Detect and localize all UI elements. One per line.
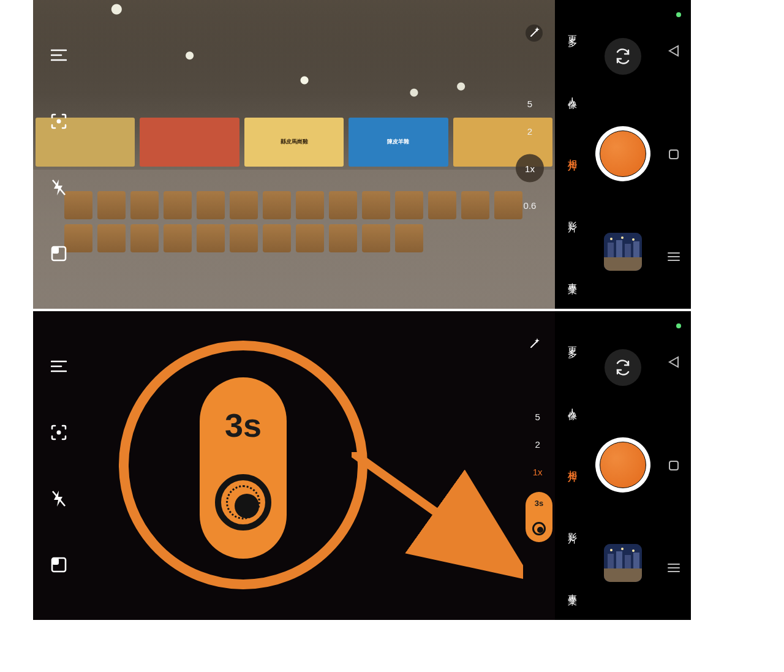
left-whitespace xyxy=(0,311,33,620)
mode-video[interactable]: 影片 xyxy=(567,525,578,530)
viewfinder-left-controls xyxy=(40,0,77,309)
system-nav-bar xyxy=(657,311,691,620)
exposure-duration-label: 3s xyxy=(225,406,262,444)
svg-rect-19 xyxy=(669,150,678,159)
switch-camera-button[interactable] xyxy=(605,38,641,75)
svg-rect-37 xyxy=(625,555,631,568)
svg-rect-34 xyxy=(604,568,642,582)
svg-marker-42 xyxy=(669,357,678,367)
svg-line-4 xyxy=(53,180,65,195)
long-exposure-pill[interactable]: 3s xyxy=(526,492,552,542)
nav-home-button[interactable] xyxy=(668,148,680,163)
mode-pro[interactable]: 專業 xyxy=(567,276,578,281)
flash-off-icon[interactable] xyxy=(48,176,70,198)
system-nav-bar xyxy=(657,0,691,309)
exposure-duration-label: 3s xyxy=(535,499,543,508)
svg-marker-18 xyxy=(669,46,678,56)
svg-line-24 xyxy=(352,452,505,561)
mode-more[interactable]: 更多 xyxy=(567,28,578,33)
svg-point-39 xyxy=(610,549,612,551)
viewfinder-left-controls xyxy=(40,311,77,620)
bottom-whitespace xyxy=(0,620,784,672)
camera-active-indicator-icon xyxy=(676,323,681,328)
svg-rect-31 xyxy=(52,558,59,565)
svg-point-17 xyxy=(632,238,635,241)
svg-rect-43 xyxy=(669,461,678,470)
mode-photo[interactable]: 相片 xyxy=(567,152,578,157)
zoom-selector[interactable]: 5 2 1x 0.6 xyxy=(516,99,544,210)
nav-back-button[interactable] xyxy=(667,355,680,371)
mode-photo[interactable]: 相片 xyxy=(567,463,578,468)
svg-point-41 xyxy=(632,549,635,552)
zoom-0.6x[interactable]: 0.6 xyxy=(524,201,537,210)
zoom-1x[interactable]: 1x xyxy=(533,467,543,477)
long-exposure-pill-enlarged: 3s xyxy=(200,377,287,559)
svg-rect-11 xyxy=(608,243,614,257)
google-lens-icon[interactable] xyxy=(48,421,70,444)
hamburger-icon[interactable] xyxy=(48,355,70,377)
mode-portrait[interactable]: 人像 xyxy=(567,401,578,406)
left-whitespace xyxy=(0,0,33,309)
nav-home-button[interactable] xyxy=(668,459,680,474)
svg-rect-38 xyxy=(633,553,639,568)
svg-rect-36 xyxy=(616,551,622,568)
mode-video[interactable]: 影片 xyxy=(567,214,578,219)
camera-screenshot-2: 3s xyxy=(0,311,720,620)
zoom-selector[interactable]: 5 2 1x 0.6 3s xyxy=(531,412,544,504)
camera-sidebar xyxy=(589,0,657,309)
svg-rect-14 xyxy=(633,241,639,257)
long-exposure-icon xyxy=(215,474,271,530)
magnifier-callout: 3s xyxy=(119,341,368,589)
svg-point-28 xyxy=(57,431,61,435)
aspect-ratio-icon[interactable] xyxy=(48,243,70,265)
switch-camera-button[interactable] xyxy=(605,349,641,386)
camera-viewfinder[interactable]: 3s xyxy=(33,311,555,620)
camera-sidebar xyxy=(589,311,657,620)
gallery-thumbnail[interactable] xyxy=(604,544,642,582)
flash-off-icon[interactable] xyxy=(48,488,70,510)
svg-point-3 xyxy=(57,119,61,124)
gallery-thumbnail[interactable] xyxy=(604,233,642,271)
mode-pro[interactable]: 專業 xyxy=(567,587,578,592)
svg-rect-35 xyxy=(608,554,614,568)
scene-shopfronts: 縣皮馬崗雞 陳皮羊雜 xyxy=(33,118,555,167)
camera-screenshot-1: 縣皮馬崗雞 陳皮羊雜 xyxy=(0,0,720,309)
camera-active-indicator-icon xyxy=(676,12,681,17)
camera-mode-selector[interactable]: 更多 人像 相片 影片 專業 xyxy=(555,0,589,309)
zoom-2x[interactable]: 2 xyxy=(527,127,532,136)
shutter-button[interactable] xyxy=(595,437,650,493)
mode-more[interactable]: 更多 xyxy=(567,339,578,344)
zoom-5x[interactable]: 5 xyxy=(535,412,540,421)
callout-arrow-icon xyxy=(352,452,523,581)
scene-furniture xyxy=(64,191,524,296)
filters-wand-icon[interactable] xyxy=(523,22,545,44)
google-lens-icon[interactable] xyxy=(48,110,70,132)
svg-point-15 xyxy=(610,238,612,240)
svg-rect-10 xyxy=(604,257,642,271)
svg-rect-13 xyxy=(625,244,631,257)
shutter-button[interactable] xyxy=(595,126,650,181)
zoom-2x[interactable]: 2 xyxy=(535,440,540,449)
nav-tasks-button[interactable] xyxy=(667,562,680,576)
svg-rect-6 xyxy=(52,247,59,254)
right-whitespace xyxy=(691,311,720,620)
nav-tasks-button[interactable] xyxy=(667,251,680,265)
svg-rect-12 xyxy=(616,240,622,257)
svg-line-29 xyxy=(53,491,65,506)
nav-back-button[interactable] xyxy=(667,44,680,60)
camera-viewfinder[interactable]: 縣皮馬崗雞 陳皮羊雜 xyxy=(33,0,555,309)
camera-mode-selector[interactable]: 更多 人像 相片 影片 專業 xyxy=(555,311,589,620)
right-whitespace xyxy=(691,0,720,309)
zoom-1x[interactable]: 1x xyxy=(516,154,544,183)
mode-portrait[interactable]: 人像 xyxy=(567,90,578,95)
svg-point-16 xyxy=(621,236,624,239)
hamburger-icon[interactable] xyxy=(48,44,70,66)
svg-point-40 xyxy=(621,548,624,550)
filters-wand-icon[interactable] xyxy=(523,333,545,355)
zoom-5x[interactable]: 5 xyxy=(527,99,532,108)
long-exposure-icon xyxy=(532,522,546,535)
aspect-ratio-icon[interactable] xyxy=(48,554,70,576)
